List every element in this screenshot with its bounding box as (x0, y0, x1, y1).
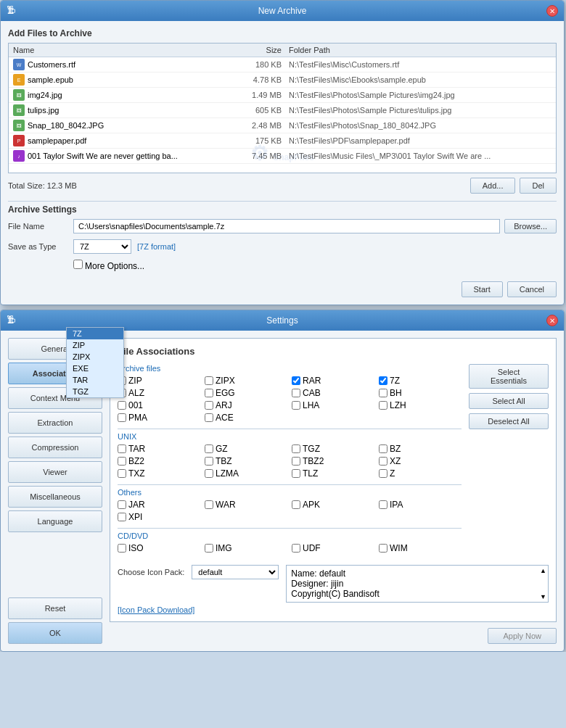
checkbox-lzma[interactable] (205, 469, 213, 478)
checkbox-iso[interactable] (118, 544, 126, 553)
table-row[interactable]: 🖼 Snap_180_8042.JPG 2.48 MB N:\TestFiles… (9, 118, 556, 133)
reset-button[interactable]: Reset (8, 597, 102, 619)
select-all-button[interactable]: Select All (469, 393, 549, 409)
table-row[interactable]: E sample.epub 4.78 KB N:\TestFiles\Misc\… (9, 73, 556, 88)
sidebar-item-viewer[interactable]: Viewer (8, 461, 102, 483)
list-item: ISO (118, 543, 200, 553)
checkbox-tgz[interactable] (292, 444, 300, 453)
dropdown-item-tar[interactable]: TAR (67, 374, 123, 386)
scroll-down-icon[interactable]: ▼ (540, 593, 546, 600)
add-files-header: Add Files to Archive (8, 28, 557, 38)
dropdown-item-zip[interactable]: ZIP (67, 339, 123, 351)
checkbox-bh[interactable] (379, 389, 387, 397)
checkbox-lha[interactable] (292, 401, 300, 410)
del-button[interactable]: Del (520, 178, 557, 194)
right-buttons: Select Essentials Select All Deselect Al… (469, 364, 549, 559)
checkbox-tlz[interactable] (292, 469, 300, 478)
cancel-button[interactable]: Cancel (507, 281, 557, 297)
close-button-archive[interactable]: ✕ (546, 5, 558, 17)
file-path-cell: N:\TestFiles\PDF\samplepaper.pdf (282, 136, 551, 145)
more-options-row: More Options... (8, 260, 557, 271)
list-item: UDF (292, 543, 374, 553)
add-button[interactable]: Add... (470, 178, 516, 194)
more-options-label[interactable]: More Options... (73, 260, 144, 271)
apply-now-button[interactable]: Apply Now (488, 628, 557, 644)
file-name-cell: tulips.jpg (28, 106, 223, 115)
table-row[interactable]: ♪ 001 Taylor Swift We are never getting … (9, 149, 556, 164)
list-item: ACE (205, 413, 287, 423)
list-item: IPA (379, 500, 462, 510)
sidebar-item-extraction[interactable]: Extraction (8, 412, 102, 434)
checkbox-bz[interactable] (379, 444, 387, 453)
checkbox-egg[interactable] (205, 389, 213, 397)
checkbox-tbz2[interactable] (292, 457, 300, 466)
list-item: RAR (292, 376, 374, 386)
checkbox-ace[interactable] (205, 413, 213, 422)
list-item: 001 (118, 400, 200, 410)
ok-button[interactable]: OK (8, 622, 102, 644)
checkbox-jar[interactable] (118, 500, 126, 509)
checkbox-udf[interactable] (292, 544, 300, 553)
sidebar-item-miscellaneous[interactable]: Miscellaneous (8, 486, 102, 508)
checkbox-apk[interactable] (292, 500, 300, 509)
icon-pack-download-link[interactable]: [Icon Pack Download] (118, 605, 549, 614)
list-item: TBZ2 (292, 456, 374, 466)
table-row[interactable]: 🖼 img24.jpg 1.49 MB N:\TestFiles\Photos\… (9, 88, 556, 103)
list-item: Z (379, 468, 462, 479)
dropdown-item-7z[interactable]: 7Z (67, 328, 123, 339)
dropdown-menu[interactable]: 7Z ZIP ZIPX EXE TAR TGZ (66, 327, 124, 398)
checkbox-tbz[interactable] (205, 457, 213, 466)
close-button-settings[interactable]: ✕ (546, 315, 558, 326)
checkbox-tar[interactable] (118, 444, 126, 453)
checkbox-txz[interactable] (118, 469, 126, 478)
table-row[interactable]: P samplepaper.pdf 175 KB N:\TestFiles\PD… (9, 133, 556, 149)
checkbox-war[interactable] (205, 500, 213, 509)
deselect-all-button[interactable]: Deselect All (469, 413, 549, 429)
dropdown-item-tgz[interactable]: TGZ (67, 386, 123, 397)
unix-section: UNIX TARGZTGZBZBZ2TBZTBZ2XZTXZLZMATLZZ (118, 432, 462, 479)
checkbox-wim[interactable] (379, 544, 387, 553)
checkbox-7z[interactable] (379, 376, 387, 385)
file-list-area: Name Size Folder Path W Customers.rtf 18… (8, 43, 557, 173)
checkbox-label-001: 001 (128, 400, 143, 410)
checkbox-cab[interactable] (292, 389, 300, 397)
file-size-cell: 1.49 MB (223, 91, 282, 99)
checkbox-label-zipx: ZIPX (216, 376, 235, 386)
checkbox-rar[interactable] (292, 376, 300, 385)
sidebar-item-language[interactable]: Language (8, 510, 102, 532)
checkbox-xz[interactable] (379, 457, 387, 466)
sidebar-item-compression[interactable]: Compression (8, 437, 102, 458)
checkbox-xpi[interactable] (118, 513, 126, 521)
dropdown-item-exe[interactable]: EXE (67, 363, 123, 374)
checkbox-arj[interactable] (205, 401, 213, 410)
icon-pack-label: Choose Icon Pack: (118, 568, 184, 576)
browse-button[interactable]: Browse... (504, 219, 557, 233)
checkbox-ipa[interactable] (379, 500, 387, 509)
scroll-up-icon[interactable]: ▲ (540, 567, 546, 574)
checkbox-img[interactable] (205, 544, 213, 553)
file-path-cell: N:\TestFiles\Photos\Sample Pictures\tuli… (282, 106, 551, 115)
file-name-cell: sample.epub (28, 75, 223, 84)
checkbox-bz2[interactable] (118, 457, 126, 466)
icon-pack-info-name: Name: default (291, 568, 544, 579)
list-item: TLZ (292, 468, 374, 479)
dropdown-item-zipx[interactable]: ZIPX (67, 351, 123, 363)
list-item: BH (379, 388, 462, 398)
select-essentials-button[interactable]: Select Essentials (469, 364, 549, 389)
checkbox-lzh[interactable] (379, 401, 387, 410)
checkbox-zipx[interactable] (205, 376, 213, 385)
more-options-checkbox[interactable] (73, 260, 83, 269)
icon-pack-select[interactable]: default (192, 565, 279, 579)
checkbox-001[interactable] (118, 401, 126, 410)
checkbox-pma[interactable] (118, 413, 126, 422)
save-type-dropdown[interactable]: 7Z ZIP ZIPX EXE TAR TGZ (73, 239, 131, 254)
checkbox-z[interactable] (379, 469, 387, 478)
file-rows-container: W Customers.rtf 180 KB N:\TestFiles\Misc… (9, 57, 556, 164)
others-grid: JARWARAPKIPAXPI (118, 500, 462, 522)
new-archive-window: 🗜 New Archive ✕ Add Files to Archive Nam… (0, 0, 565, 305)
table-row[interactable]: 🖼 tulips.jpg 605 KB N:\TestFiles\Photos\… (9, 103, 556, 118)
file-name-input[interactable] (73, 219, 500, 233)
table-row[interactable]: W Customers.rtf 180 KB N:\TestFiles\Misc… (9, 57, 556, 73)
start-button[interactable]: Start (462, 281, 503, 297)
checkbox-gz[interactable] (205, 444, 213, 453)
